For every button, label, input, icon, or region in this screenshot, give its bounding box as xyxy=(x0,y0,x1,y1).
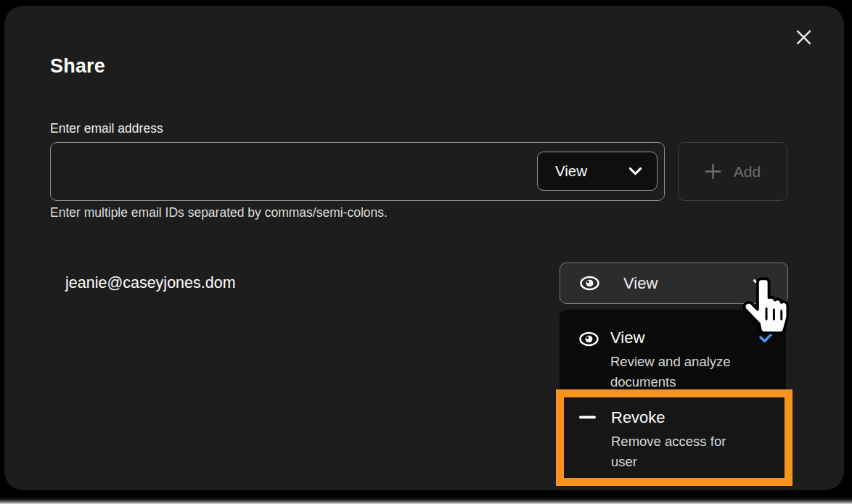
add-button[interactable]: Add xyxy=(678,142,787,201)
input-permission-dropdown[interactable]: View xyxy=(537,152,658,191)
menu-item-view-label: View xyxy=(610,329,750,347)
input-permission-label: View xyxy=(555,162,587,180)
eye-icon xyxy=(579,275,600,292)
menu-item-text: Revoke Remove access for user xyxy=(611,408,736,473)
row-permission-dropdown[interactable]: View xyxy=(560,263,788,304)
dialog-title: Share xyxy=(50,55,105,78)
add-button-label: Add xyxy=(734,163,761,181)
menu-item-revoke[interactable]: Revoke Remove access for user xyxy=(564,397,785,473)
plus-icon xyxy=(705,163,721,180)
menu-item-view[interactable]: View Review and analyze documents xyxy=(560,310,786,393)
minus-icon xyxy=(579,416,601,419)
screenshot-edge-shadow xyxy=(0,497,852,504)
email-helper-text: Enter multiple email IDs separated by co… xyxy=(50,205,388,220)
chevron-down-icon xyxy=(753,278,767,288)
menu-item-revoke-description: Remove access for user xyxy=(611,431,736,472)
menu-item-view-description: Review and analyze documents xyxy=(610,352,750,392)
row-permission-label: View xyxy=(623,274,658,293)
email-field-label: Enter email address xyxy=(50,121,163,136)
shared-user-email: jeanie@caseyjones.dom xyxy=(65,274,236,292)
close-icon xyxy=(795,29,812,46)
permission-menu: View Review and analyze documents xyxy=(560,310,786,394)
close-button[interactable] xyxy=(791,25,816,49)
chevron-down-icon xyxy=(628,167,642,175)
check-icon xyxy=(759,331,774,343)
screen: Share Enter email address View Add Enter… xyxy=(0,0,852,504)
revoke-highlight-annotation: Revoke Remove access for user xyxy=(556,389,792,486)
menu-item-revoke-label: Revoke xyxy=(611,408,736,426)
eye-icon xyxy=(578,331,600,347)
menu-item-text: View Review and analyze documents xyxy=(610,329,750,393)
